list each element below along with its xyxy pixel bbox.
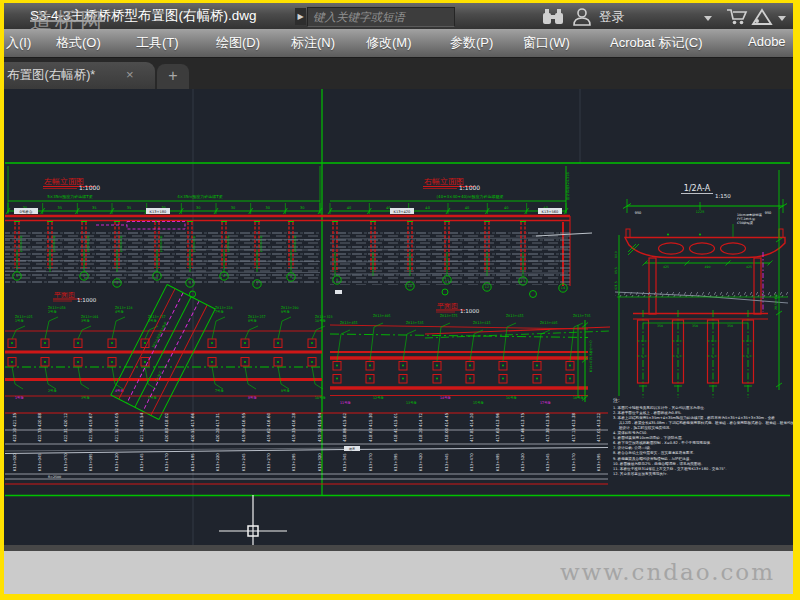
a360-icon[interactable]: [751, 8, 773, 26]
menu-bar: 入(I) 格式(O) 工具(T) 绘图(D) 标注(N) 修改(M) 参数(P)…: [4, 29, 793, 58]
menu-adobe[interactable]: Adobe: [748, 34, 786, 49]
menu-acrobat[interactable]: Acrobat 标记(C): [610, 34, 702, 52]
menu-window[interactable]: 窗口(W): [523, 34, 570, 52]
menu-dimension[interactable]: 标注(N): [291, 34, 335, 52]
bottom-band: www.cndao.com: [4, 551, 793, 594]
user-icon[interactable]: [572, 8, 592, 26]
login-button[interactable]: 登录: [599, 9, 624, 26]
watermark-url: www.cndao.com: [560, 559, 775, 585]
frame-border-top: [0, 0, 800, 3]
search-binoculars-icon[interactable]: [542, 8, 564, 25]
menu-modify[interactable]: 修改(M): [366, 34, 412, 52]
cart-icon[interactable]: [726, 8, 748, 26]
title-bar: S3-4-3主桥桥桥型布置图(右幅桥).dwg ▶ 键入关键字或短语 登录: [4, 3, 793, 29]
menu-format[interactable]: 格式(O): [56, 34, 101, 52]
frame-border-left: [0, 0, 4, 600]
login-dropdown-icon[interactable]: [704, 16, 712, 21]
drawing-canvas[interactable]: [4, 88, 793, 545]
menu-draw[interactable]: 绘图(D): [216, 34, 260, 52]
new-tab-button[interactable]: +: [157, 64, 189, 89]
search-input[interactable]: 键入关键字或短语: [307, 7, 455, 27]
app-window: 左幅立面图1:10003535353535303030305×35m预应力砼连续…: [0, 0, 800, 600]
menu-tools[interactable]: 工具(T): [136, 34, 179, 52]
menu-browser-arrow[interactable]: ▶: [295, 8, 306, 25]
watermark-logo: 道桥网: [30, 6, 105, 36]
file-tab-bar: 布置图(右幅桥)* × +: [4, 57, 793, 89]
frame-border-right: [793, 0, 800, 600]
menu-insert[interactable]: 入(I): [6, 34, 31, 52]
tab-close-icon[interactable]: ×: [126, 62, 134, 88]
menu-parametric[interactable]: 参数(P): [450, 34, 493, 52]
frame-border-bottom: [0, 594, 800, 600]
a360-dropdown-icon[interactable]: [778, 16, 786, 21]
